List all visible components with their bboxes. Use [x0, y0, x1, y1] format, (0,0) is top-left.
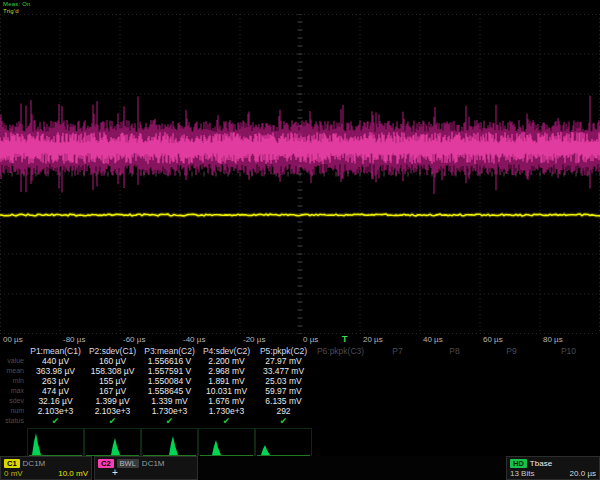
meas-col-header[interactable]: P10 [540, 346, 597, 356]
meas-value-row: min263 µV155 µV1.550084 V1.891 mV25.03 m… [0, 376, 600, 386]
meas-value: 6.135 mV [255, 396, 312, 406]
meas-col-header[interactable]: P1:mean(C1) [27, 346, 84, 356]
meas-value: 2.968 mV [198, 366, 255, 376]
meas-value [312, 396, 369, 406]
time-axis-label: 20 µs [363, 335, 383, 344]
meas-row-label [0, 346, 27, 356]
meas-value [540, 366, 597, 376]
oscilloscope-screen: Meas: On Trig'd T 00 µs-80 µs-60 µs-40 µ… [0, 0, 600, 480]
time-axis-label: 0 µs [303, 335, 318, 344]
meas-col-header[interactable]: P4:sdev(C2) [198, 346, 255, 356]
time-axis-label: 80 µs [543, 335, 563, 344]
c2-coupling-label: DC1M [142, 459, 165, 468]
time-axis-label: -20 µs [243, 335, 265, 344]
meas-value: 160 µV [84, 356, 141, 366]
meas-value [540, 376, 597, 386]
meas-value [483, 376, 540, 386]
meas-value: 59.97 mV [255, 386, 312, 396]
meas-value [369, 366, 426, 376]
meas-status-check [369, 416, 426, 426]
meas-value [483, 356, 540, 366]
meas-col-header[interactable]: P9 [483, 346, 540, 356]
meas-value [369, 396, 426, 406]
meas-col-header[interactable]: P2:sdev(C1) [84, 346, 141, 356]
meas-value [312, 386, 369, 396]
c2-descriptor[interactable]: C2 BWL DC1M + [94, 456, 198, 480]
meas-value-row: sdev32.16 µV1.399 µV1.339 mV1.676 mV6.13… [0, 396, 600, 406]
meas-value [369, 386, 426, 396]
meas-value [540, 356, 597, 366]
histicon[interactable] [198, 428, 255, 458]
meas-header-row: P1:mean(C1)P2:sdev(C1)P3:mean(C2)P4:sdev… [0, 346, 600, 356]
meas-status-check [426, 416, 483, 426]
meas-value: 1.730e+3 [141, 406, 198, 416]
histicon[interactable] [141, 428, 198, 458]
meas-status-check: ✔ [141, 416, 198, 426]
meas-value [426, 396, 483, 406]
meas-value: 440 µV [27, 356, 84, 366]
meas-value: 2.103e+3 [27, 406, 84, 416]
c1-channel-chip: C1 [4, 459, 20, 468]
meas-value: 33.477 mV [255, 366, 312, 376]
status-overlay-line1: Meas: On [3, 1, 31, 8]
meas-value [426, 366, 483, 376]
meas-status-check: ✔ [27, 416, 84, 426]
meas-row-label: value [0, 356, 27, 366]
graticule[interactable] [0, 14, 600, 334]
meas-value: 363.98 µV [27, 366, 84, 376]
histicon[interactable] [255, 428, 312, 458]
meas-value: 155 µV [84, 376, 141, 386]
meas-row-label: min [0, 376, 27, 386]
adc-bits-label: 13 Bits [510, 469, 534, 478]
meas-col-header[interactable]: P7 [369, 346, 426, 356]
meas-value [483, 386, 540, 396]
meas-col-header[interactable]: P3:mean(C2) [141, 346, 198, 356]
meas-status-row: status✔✔✔✔✔ [0, 416, 600, 426]
meas-value: 1.339 mV [141, 396, 198, 406]
time-axis-label: -60 µs [123, 335, 145, 344]
meas-value: 1.730e+3 [198, 406, 255, 416]
meas-col-header[interactable]: P6:pkpk(C3) [312, 346, 369, 356]
meas-value [312, 406, 369, 416]
meas-value [312, 366, 369, 376]
meas-value: 1.558645 V [141, 386, 198, 396]
histicon-row [27, 428, 312, 458]
meas-value [540, 386, 597, 396]
meas-value-row: value440 µV160 µV1.556616 V2.200 mV27.97… [0, 356, 600, 366]
c2-bandwidth-chip: BWL [117, 459, 139, 468]
meas-value [312, 356, 369, 366]
meas-value [312, 376, 369, 386]
histicon[interactable] [84, 428, 141, 458]
c1-trace[interactable] [0, 214, 600, 216]
c2-offset-marker-icon: + [112, 468, 118, 478]
meas-col-header[interactable]: P5:pkpk(C2) [255, 346, 312, 356]
meas-status-check [483, 416, 540, 426]
timebase-label: Tbase [530, 459, 552, 468]
meas-value: 1.676 mV [198, 396, 255, 406]
meas-status-check: ✔ [84, 416, 141, 426]
c1-scale-value: 10.0 mV [58, 469, 88, 478]
meas-value-row: max474 µV167 µV1.558645 V10.031 mV59.97 … [0, 386, 600, 396]
meas-value-row: mean363.98 µV158.308 µV1.557591 V2.968 m… [0, 366, 600, 376]
meas-value [426, 406, 483, 416]
meas-value: 1.891 mV [198, 376, 255, 386]
status-overlay: Meas: On Trig'd [3, 1, 31, 15]
meas-col-header[interactable]: P8 [426, 346, 483, 356]
meas-value: 2.103e+3 [84, 406, 141, 416]
time-axis-label: 60 µs [483, 335, 503, 344]
bottom-bar: C1 DC1M 0 mV 10.0 mV C2 BWL DC1M + HD Tb… [0, 456, 600, 480]
meas-row-label: num [0, 406, 27, 416]
meas-value [426, 356, 483, 366]
meas-value: 25.03 mV [255, 376, 312, 386]
time-axis: T 00 µs-80 µs-60 µs-40 µs-20 µs0 µs20 µs… [0, 334, 600, 346]
meas-value: 32.16 µV [27, 396, 84, 406]
trigger-time-marker[interactable]: T [342, 334, 348, 344]
meas-value: 263 µV [27, 376, 84, 386]
timebase-descriptor[interactable]: HD Tbase 13 Bits 20.0 µs [506, 456, 600, 480]
meas-value: 1.556616 V [141, 356, 198, 366]
c1-coupling-label: DC1M [23, 459, 46, 468]
c1-offset-value: 0 mV [4, 469, 23, 478]
c1-descriptor[interactable]: C1 DC1M 0 mV 10.0 mV [0, 456, 92, 480]
meas-row-label: status [0, 416, 27, 426]
histicon[interactable] [27, 428, 84, 458]
